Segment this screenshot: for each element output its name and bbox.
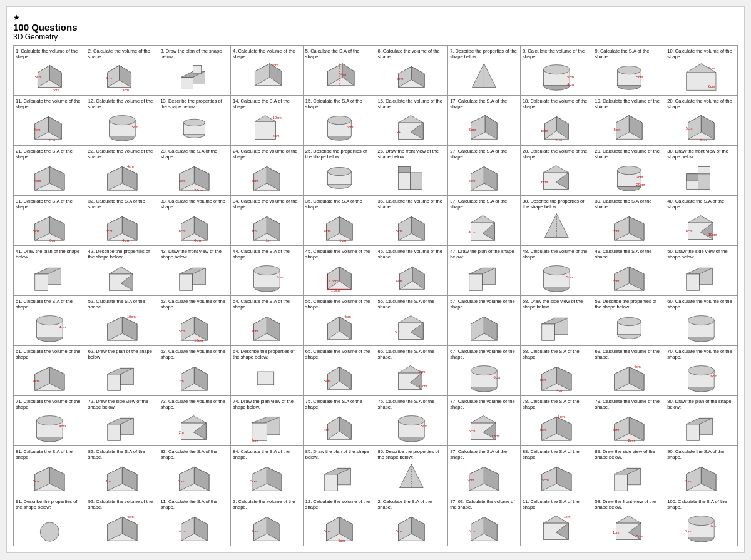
cell-12: 12. Calculate the volume of the shape.5c…: [86, 96, 159, 146]
cell-shape-54: 4cm: [233, 311, 301, 344]
svg-marker-154: [471, 216, 495, 223]
cell-label-97: 97. 63. Calculate the volume of the shap…: [450, 499, 518, 510]
cell-shape-78: 5cm6cm: [523, 411, 591, 444]
cell-shape-50: [667, 261, 735, 293]
svg-text:5cm: 5cm: [338, 539, 345, 542]
svg-point-283: [37, 416, 63, 425]
cell-shape-94: 9cm: [233, 511, 301, 544]
svg-point-242: [688, 316, 715, 325]
svg-text:4cm: 4cm: [33, 379, 40, 383]
cell-58: 58. Draw the side view of the shape belo…: [521, 296, 593, 346]
cell-label-32: 32. Calculate the S.A of the shape.: [88, 198, 156, 210]
cell-shape-43: [160, 261, 228, 293]
svg-text:6cm: 6cm: [541, 180, 548, 184]
cell-52: 52. Calculate the S.A of the shape.10cm: [86, 296, 159, 346]
cell-5: 5. Calculate the S.A of the shape.4cm: [304, 46, 376, 96]
cell-2: 2. Calculate the volume of the shape.4cm…: [86, 46, 159, 96]
cell-label-17: 17. Calculate the S.A of the shape.: [450, 98, 518, 109]
svg-text:5cm: 5cm: [396, 529, 403, 533]
svg-text:2cm: 2cm: [700, 138, 707, 142]
cell-shape-41: [16, 261, 84, 293]
cell-shape-91: [16, 511, 84, 544]
cell-15: 15. Calculate the S.A of the shape.6cm: [304, 96, 376, 146]
svg-rect-10: [181, 77, 193, 89]
cell-shape-77: 5cm13cm: [450, 411, 518, 444]
cell-shape-89: [595, 461, 663, 494]
svg-marker-305: [471, 416, 496, 423]
svg-point-279: [688, 366, 715, 375]
svg-text:5cm: 5cm: [33, 479, 40, 483]
cell-22: 22. Calculate the volume of the shape.4c…: [86, 146, 159, 196]
cell-label-6: 6. Calculate the volume of the shape.: [377, 48, 446, 59]
cell-label-56: 56. Calculate the S.A of the shape.: [377, 298, 446, 310]
svg-text:4cm: 4cm: [127, 515, 134, 519]
svg-text:5cm: 5cm: [567, 75, 574, 79]
svg-text:6cm: 6cm: [53, 88, 59, 92]
svg-text:4cm: 4cm: [34, 179, 41, 183]
cell-shape-9: 5cm: [595, 61, 663, 93]
cell-14: 14. Calculate the S.A of the shape.10cm4…: [231, 96, 304, 146]
svg-text:9cm: 9cm: [469, 128, 476, 131]
question-grid: 1. Calculate the volume of the shape.5cm…: [13, 45, 738, 546]
cell-label-33: 33. Calculate the volume of the shape.: [160, 198, 228, 210]
cell-label-31: 31. Calculate the S.A of the shape.: [16, 198, 84, 210]
svg-text:10cm: 10cm: [419, 384, 427, 388]
cell-shape-93: 4cm: [160, 511, 228, 544]
svg-text:2cm: 2cm: [48, 138, 55, 142]
cell-label-19: 19. Calculate the volume of the shape.: [595, 98, 663, 109]
svg-text:4cm: 4cm: [122, 238, 129, 242]
cell-shape-36: 5cm: [377, 211, 446, 243]
cell-54: 54. Calculate the S.A of the shape.4cm: [231, 296, 304, 346]
svg-text:5cm: 5cm: [179, 329, 186, 333]
cell-label-16: 16. Calculate the volume of the shape.: [377, 98, 446, 109]
svg-point-197: [543, 266, 570, 275]
cell-label-98: 11. Calculate the S.A of the shape.: [523, 499, 591, 510]
cell-label-83: 83. Calculate the S.A of the shape.: [160, 449, 228, 460]
cell-36: 36. Calculate the volume of the shape.5c…: [376, 196, 448, 246]
cell-shape-37: 4cm: [450, 211, 518, 243]
cell-label-14: 14. Calculate the S.A of the shape.: [233, 98, 301, 109]
cell-shape-84: 5cm: [233, 461, 301, 494]
cell-97: 97. 63. Calculate the volume of the shap…: [448, 496, 521, 546]
cell-shape-14: 10cm4cm: [233, 111, 301, 143]
cell-44: 44. Calculate the S.A of the shape.5cm: [231, 246, 304, 296]
svg-point-266: [471, 366, 498, 375]
svg-text:5cm: 5cm: [541, 129, 548, 133]
svg-text:6cm: 6cm: [708, 84, 715, 88]
cell-label-91: 91. Describe the properties of the shape…: [16, 499, 84, 510]
cell-label-53: 53. Calculate the volume of the shape.: [160, 298, 228, 310]
svg-text:4cm: 4cm: [127, 165, 134, 168]
svg-text:6cm: 6cm: [711, 524, 718, 528]
cell-21: 21. Calculate the S.A of the shape.4cm: [14, 146, 86, 196]
cell-shape-11: 4cm2cm: [16, 111, 84, 143]
cell-shape-5: 4cm: [305, 61, 374, 93]
cell-85: 85. Draw the plan of the shape below.: [304, 446, 376, 496]
cell-35: 35. Calculate the S.A of the shape.4cm1c…: [304, 196, 376, 246]
cell-label-68: 68. Calculate the S.A of the shape.: [523, 349, 591, 360]
cell-label-61: 61. Calculate the volume of the shape.: [16, 349, 84, 360]
svg-text:5cm: 5cm: [178, 479, 185, 483]
page-title: 100 Questions: [13, 22, 738, 33]
svg-text:15cm: 15cm: [540, 478, 549, 482]
cell-shape-26: [377, 161, 446, 193]
cell-label-92: 92. Calculate the volume of the shape.: [88, 499, 156, 510]
cell-27: 27. Calculate the S.A of the shape.5cm: [448, 146, 521, 196]
cell-label-12: 12. Calculate the volume of the shape.: [88, 98, 156, 109]
cell-shape-31: 5cm8cm: [16, 211, 84, 243]
svg-point-49: [109, 116, 135, 125]
cell-10: 10. Calculate the volume of the shape.5c…: [665, 46, 738, 96]
page: ★ 100 Questions 3D Geometry 1. Calculate…: [6, 6, 745, 553]
svg-text:4cm: 4cm: [344, 315, 351, 318]
cell-80: 80. Draw the plan of the shape below:: [665, 396, 738, 446]
cell-20: 20. Calculate the volume of the shape.5c…: [665, 96, 738, 146]
cell-94: 2. Calculate the volume of the shape.9cm: [231, 496, 304, 546]
svg-text:10cm: 10cm: [127, 315, 136, 318]
cell-47: 47. Draw the plan of the shape below:: [448, 246, 521, 296]
svg-text:5cm: 5cm: [250, 479, 257, 483]
svg-text:5cm: 5cm: [252, 439, 258, 442]
cell-41: 41. Draw the plan of the shape below.: [14, 246, 86, 296]
cell-label-36: 36. Calculate the volume of the shape.: [377, 198, 446, 210]
cell-shape-58: [523, 311, 591, 344]
cell-shape-97: 5cm: [450, 511, 518, 544]
cell-shape-95: 5cm5cm: [305, 511, 374, 544]
